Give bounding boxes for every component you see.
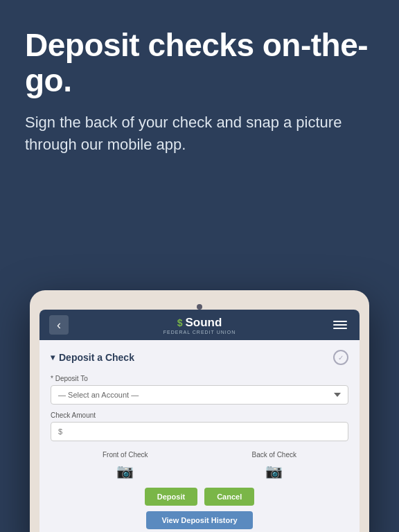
logo-name: $ Sound bbox=[177, 316, 222, 330]
section-header: ▾ Deposit a Check ✓ bbox=[51, 350, 348, 365]
back-button[interactable]: ‹ bbox=[49, 315, 69, 335]
cancel-button[interactable]: Cancel bbox=[204, 488, 254, 506]
front-check-item: Front of Check 📷 bbox=[103, 451, 148, 479]
app-navbar: ‹ $ Sound FEDERAL CREDIT UNION bbox=[39, 310, 360, 340]
front-camera-icon[interactable]: 📷 bbox=[116, 463, 134, 479]
back-camera-icon[interactable]: 📷 bbox=[265, 463, 283, 479]
deposit-to-label: * Deposit To bbox=[51, 375, 348, 382]
hero-title: Deposit checks on-the-go. bbox=[25, 28, 374, 98]
tablet-device: ‹ $ Sound FEDERAL CREDIT UNION bbox=[30, 290, 369, 532]
front-check-label: Front of Check bbox=[103, 451, 148, 459]
logo-subtitle: FEDERAL CREDIT UNION bbox=[163, 330, 236, 335]
menu-button[interactable] bbox=[330, 318, 350, 332]
check-amount-input[interactable] bbox=[51, 422, 348, 441]
menu-line-3 bbox=[333, 328, 347, 329]
section-check-icon: ✓ bbox=[333, 350, 348, 365]
section-title-text: Deposit a Check bbox=[59, 352, 134, 363]
deposit-button[interactable]: Deposit bbox=[145, 488, 197, 506]
action-buttons-row: Deposit Cancel bbox=[51, 488, 348, 506]
section-chevron-icon: ▾ bbox=[51, 353, 55, 362]
check-amount-group: Check Amount bbox=[51, 411, 348, 441]
logo-text: Sound bbox=[185, 316, 222, 330]
view-history-button[interactable]: View Deposit History bbox=[146, 511, 252, 529]
check-images-row: Front of Check 📷 Back of Check 📷 bbox=[51, 451, 348, 479]
app-content: ▾ Deposit a Check ✓ * Deposit To — Selec… bbox=[39, 340, 360, 532]
tablet-screen: ‹ $ Sound FEDERAL CREDIT UNION bbox=[39, 310, 360, 532]
app-logo: $ Sound FEDERAL CREDIT UNION bbox=[163, 316, 236, 335]
check-amount-label: Check Amount bbox=[51, 411, 348, 419]
tablet-body: ‹ $ Sound FEDERAL CREDIT UNION bbox=[30, 290, 369, 532]
menu-line-2 bbox=[333, 324, 347, 326]
tablet-camera bbox=[197, 304, 202, 310]
logo-dollar-icon: $ bbox=[177, 317, 183, 328]
deposit-to-group: * Deposit To — Select an Account — bbox=[51, 375, 348, 405]
section-title-container: ▾ Deposit a Check bbox=[51, 352, 134, 363]
hero-section: Deposit checks on-the-go. Sign the back … bbox=[0, 0, 399, 170]
back-check-label: Back of Check bbox=[252, 451, 296, 459]
menu-line-1 bbox=[333, 321, 347, 322]
back-check-item: Back of Check 📷 bbox=[252, 451, 296, 479]
hero-subtitle: Sign the back of your check and snap a p… bbox=[25, 112, 374, 156]
account-select[interactable]: — Select an Account — bbox=[51, 385, 348, 405]
